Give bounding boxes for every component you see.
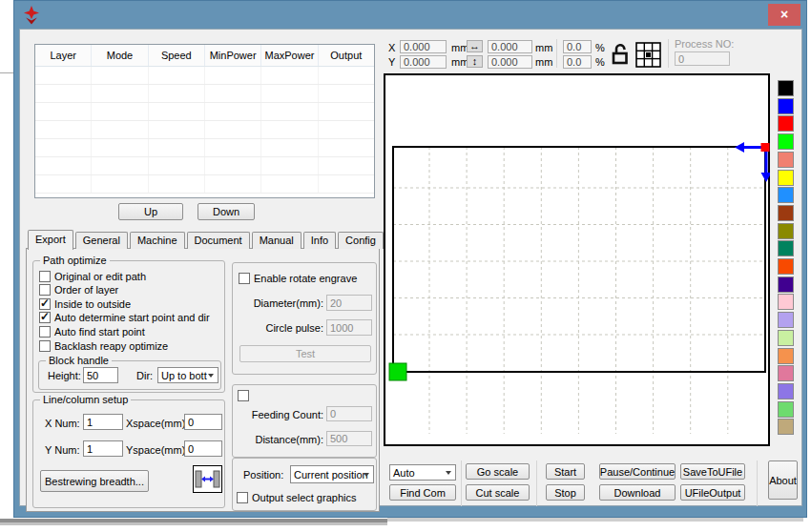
path-optimize-option[interactable]: Backlash reapy optimize xyxy=(39,339,168,352)
palette-swatch[interactable] xyxy=(778,205,794,221)
table-cell xyxy=(205,157,261,174)
tab-general[interactable]: General xyxy=(75,232,128,249)
palette-swatch[interactable] xyxy=(778,258,794,275)
layer-table-body[interactable] xyxy=(35,67,374,194)
work-canvas[interactable] xyxy=(384,73,770,446)
background-window-bottom-shadow xyxy=(0,522,387,525)
close-button[interactable]: × xyxy=(768,4,801,26)
position-select[interactable]: Current position xyxy=(290,465,374,483)
palette-swatch[interactable] xyxy=(778,330,794,346)
down-button[interactable]: Down xyxy=(198,203,255,220)
palette-swatch[interactable] xyxy=(778,133,794,150)
palette-swatch[interactable] xyxy=(778,80,794,96)
palette-swatch[interactable] xyxy=(778,312,794,328)
table-row[interactable] xyxy=(35,67,374,85)
bestrewing-breadth-button[interactable]: Bestrewing breadth... xyxy=(40,470,149,492)
palette-swatch[interactable] xyxy=(778,276,794,293)
x-scale-readout: 0.0 xyxy=(563,40,592,53)
checkbox[interactable] xyxy=(39,326,51,338)
y-num-input[interactable]: 1 xyxy=(83,440,123,457)
tab-export[interactable]: Export xyxy=(28,230,73,250)
tab-machine[interactable]: Machine xyxy=(130,232,185,249)
x-num-input[interactable]: 1 xyxy=(83,414,123,430)
checkbox[interactable] xyxy=(39,284,51,296)
save-to-ufile-button[interactable]: SaveToUFile xyxy=(680,463,745,480)
origin-marker[interactable] xyxy=(761,143,770,152)
path-optimize-option[interactable]: Auto find start point xyxy=(39,325,145,338)
palette-swatch[interactable] xyxy=(778,187,794,203)
table-row[interactable] xyxy=(35,103,374,121)
y-axis-label: Y xyxy=(388,56,395,68)
download-button[interactable]: Download xyxy=(599,484,676,501)
com-port-select[interactable]: Auto xyxy=(389,464,456,481)
table-cell xyxy=(35,103,92,120)
table-row[interactable] xyxy=(35,85,374,103)
up-button[interactable]: Up xyxy=(118,203,183,220)
about-button[interactable]: About xyxy=(768,460,798,500)
enable-rotate-row[interactable]: Enable rotate engrave xyxy=(239,272,357,284)
height-input[interactable]: 50 xyxy=(83,367,118,383)
mm-unit-label: mm xyxy=(535,56,552,68)
table-cell xyxy=(205,121,261,138)
checkbox[interactable] xyxy=(39,298,51,310)
palette-swatch[interactable] xyxy=(778,383,794,399)
palette-swatch[interactable] xyxy=(778,98,794,114)
tab-document[interactable]: Document xyxy=(187,232,250,249)
ufile-output-button[interactable]: UFileOutput xyxy=(680,484,745,501)
table-row[interactable] xyxy=(35,139,374,157)
anchor-point-marker[interactable] xyxy=(389,363,406,380)
dir-select[interactable]: Up to bott xyxy=(157,367,218,383)
table-row[interactable] xyxy=(35,121,374,139)
layer-table[interactable]: LayerModeSpeedMinPowerMaxPowerOutput xyxy=(34,44,375,198)
checkbox[interactable] xyxy=(39,340,51,352)
find-com-button[interactable]: Find Com xyxy=(389,484,456,501)
bestrewing-breadth-icon xyxy=(193,465,222,493)
palette-swatch[interactable] xyxy=(778,115,794,132)
palette-swatch[interactable] xyxy=(778,294,794,310)
background-window-edge xyxy=(0,72,13,73)
path-optimize-option[interactable]: Original or edit path xyxy=(39,270,146,282)
table-cell xyxy=(149,121,205,138)
start-button[interactable]: Start xyxy=(546,463,585,480)
xspace-input[interactable]: 0 xyxy=(184,414,222,430)
feeding-checkbox[interactable] xyxy=(238,390,249,401)
table-cell xyxy=(92,103,148,120)
width-arrow-icon[interactable]: ↔ xyxy=(467,40,483,52)
pause-continue-button[interactable]: Pause/Continue xyxy=(599,463,676,480)
checkbox[interactable] xyxy=(39,271,51,282)
yspace-input[interactable]: 0 xyxy=(184,440,222,457)
diameter-label: Diameter(mm): xyxy=(233,297,323,309)
separator xyxy=(757,460,758,506)
title-bar[interactable]: × xyxy=(14,1,806,29)
palette-swatch[interactable] xyxy=(778,419,794,435)
table-row[interactable] xyxy=(35,175,374,194)
table-row[interactable] xyxy=(35,157,374,175)
palette-swatch[interactable] xyxy=(778,365,794,381)
go-scale-button[interactable]: Go scale xyxy=(466,463,530,480)
tab-info[interactable]: Info xyxy=(303,232,336,249)
table-cell xyxy=(319,139,374,156)
palette-swatch[interactable] xyxy=(778,401,794,418)
palette-swatch[interactable] xyxy=(778,348,794,364)
palette-swatch[interactable] xyxy=(778,152,794,168)
path-optimize-option[interactable]: Auto determine start point and dir xyxy=(39,312,210,324)
table-cell xyxy=(205,139,261,156)
process-no-label: Process NO: xyxy=(675,38,734,50)
anchor-grid-icon[interactable] xyxy=(635,42,661,68)
tab-manual[interactable]: Manual xyxy=(252,232,302,249)
path-optimize-option[interactable]: Order of layer xyxy=(39,284,118,297)
cut-scale-button[interactable]: Cut scale xyxy=(466,484,530,501)
palette-swatch[interactable] xyxy=(778,223,794,239)
unlock-icon[interactable] xyxy=(611,43,631,66)
output-select-checkbox[interactable] xyxy=(237,492,248,503)
path-optimize-option[interactable]: Inside to outside xyxy=(39,297,131,310)
height-arrow-icon[interactable]: ↕ xyxy=(467,55,483,68)
output-select-row[interactable]: Output select graphics xyxy=(237,491,356,503)
table-cell xyxy=(261,85,318,102)
stop-button[interactable]: Stop xyxy=(546,484,585,501)
checkbox[interactable] xyxy=(39,312,51,323)
enable-rotate-checkbox[interactable] xyxy=(239,273,250,284)
tab-config[interactable]: Config xyxy=(338,232,384,249)
palette-swatch[interactable] xyxy=(778,170,794,186)
palette-swatch[interactable] xyxy=(778,240,794,256)
